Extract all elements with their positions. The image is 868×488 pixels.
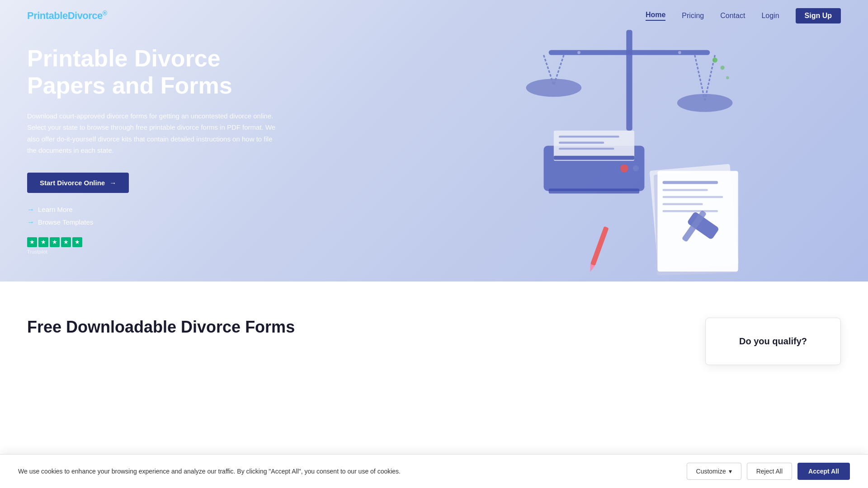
nav-signup[interactable]: Sign Up (796, 8, 841, 23)
hero-description: Download court-approved divorce forms fo… (27, 110, 280, 156)
svg-rect-1 (549, 50, 710, 55)
trustpilot-label: Trustpilot (27, 249, 280, 254)
learn-more-link[interactable]: → Learn More (27, 206, 280, 214)
hero-section: Printable Divorce Papers and Forms Downl… (0, 0, 868, 282)
qualify-card: Do you qualify? (705, 318, 841, 365)
start-divorce-button[interactable]: Start Divorce Online → (27, 173, 129, 193)
qualify-card-container: Do you qualify? (705, 318, 841, 408)
trustpilot-stars: ★ ★ ★ ★ ★ (27, 237, 280, 247)
svg-point-11 (721, 66, 725, 70)
svg-point-7 (677, 94, 733, 112)
svg-point-8 (577, 51, 580, 54)
svg-line-5 (695, 55, 705, 100)
svg-rect-26 (663, 189, 708, 191)
star-5: ★ (72, 237, 82, 247)
arrow-right-icon: → (27, 206, 34, 214)
svg-rect-17 (559, 148, 614, 150)
arrow-right-icon-2: → (27, 218, 34, 226)
hero-illustration (391, 0, 868, 282)
browse-templates-link[interactable]: → Browse Templates (27, 218, 280, 226)
nav-pricing[interactable]: Pricing (682, 12, 704, 20)
svg-rect-28 (663, 203, 703, 205)
svg-point-12 (726, 76, 729, 80)
svg-point-9 (678, 51, 681, 54)
svg-rect-27 (663, 196, 723, 198)
hero-title: Printable Divorce Papers and Forms (27, 45, 280, 99)
svg-point-4 (526, 79, 582, 97)
star-2: ★ (38, 237, 48, 247)
logo-mark: ® (103, 9, 107, 17)
section-two: Free Downloadable Divorce Forms Do you q… (0, 282, 868, 435)
navbar: PrintableDivorce® Home Pricing Contact L… (0, 0, 868, 32)
svg-marker-33 (588, 264, 595, 273)
star-1: ★ (27, 237, 37, 247)
svg-rect-18 (554, 156, 634, 160)
svg-point-19 (620, 164, 628, 173)
svg-rect-0 (626, 30, 632, 131)
svg-rect-25 (663, 181, 718, 184)
svg-point-20 (633, 165, 639, 171)
qualify-heading: Do you qualify? (719, 336, 827, 347)
svg-rect-15 (559, 136, 619, 137)
svg-rect-29 (663, 210, 718, 212)
svg-point-10 (712, 57, 717, 62)
section-two-title: Free Downloadable Divorce Forms (27, 318, 678, 337)
svg-rect-32 (590, 226, 609, 266)
trustpilot-widget: ★ ★ ★ ★ ★ Trustpilot (27, 237, 280, 254)
hero-content: Printable Divorce Papers and Forms Downl… (0, 0, 307, 282)
nav-contact[interactable]: Contact (720, 12, 745, 20)
svg-rect-21 (549, 188, 640, 193)
svg-rect-16 (559, 142, 604, 144)
hero-links: → Learn More → Browse Templates (27, 206, 280, 226)
section-two-left: Free Downloadable Divorce Forms (27, 318, 678, 344)
arrow-icon: → (109, 179, 116, 187)
star-3: ★ (50, 237, 60, 247)
nav-home[interactable]: Home (646, 11, 665, 21)
nav-login[interactable]: Login (761, 12, 779, 20)
illustration-svg (453, 0, 806, 282)
star-4: ★ (61, 237, 71, 247)
site-logo[interactable]: PrintableDivorce® (27, 9, 107, 22)
nav-links: Home Pricing Contact Login Sign Up (646, 8, 841, 23)
